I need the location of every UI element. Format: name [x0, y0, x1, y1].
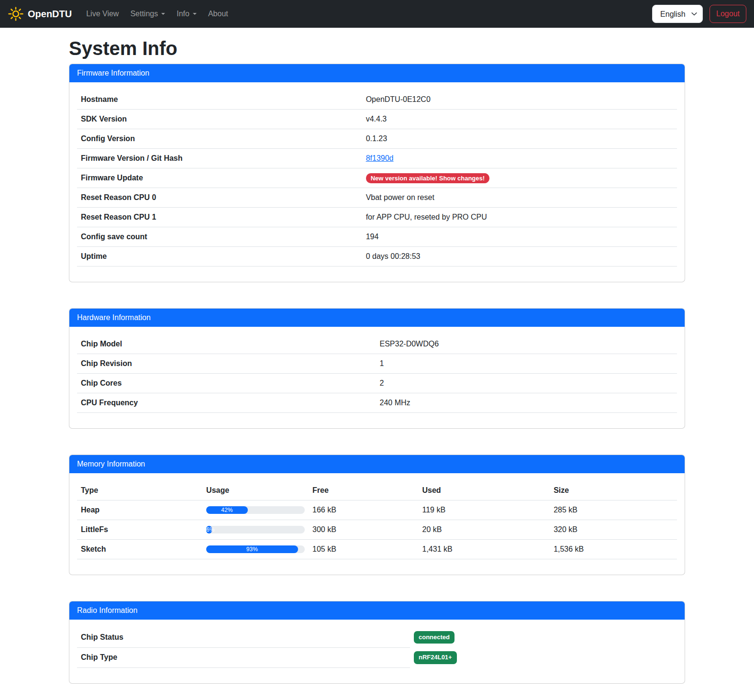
table-row: Config save count 194 — [77, 227, 677, 247]
row-label: Config save count — [77, 227, 362, 247]
size-value: 320 kB — [550, 520, 677, 540]
radio-card: Radio Information Chip Status connected … — [69, 601, 685, 684]
row-label: Chip Status — [77, 627, 410, 647]
row-label: Chip Cores — [77, 374, 376, 393]
table-row: Firmware Update New version available! S… — [77, 168, 677, 188]
table-row: Chip Type nRF24L01+ — [77, 647, 677, 667]
progress-fill: 93% — [206, 545, 298, 553]
usage-cell: 6% — [202, 520, 309, 540]
table-row: Reset Reason CPU 0 Vbat power on reset — [77, 188, 677, 208]
row-label: Firmware Version / Git Hash — [77, 149, 362, 168]
row-value: nRF24L01+ — [410, 647, 677, 667]
memory-card: Memory Information Type Usage Free Used … — [69, 455, 685, 575]
column-header-type: Type — [77, 481, 202, 500]
free-value: 166 kB — [309, 500, 418, 520]
free-value: 300 kB — [309, 520, 418, 540]
table-row: Heap 42% 166 kB 119 kB 285 kB — [77, 500, 677, 520]
memory-table: Type Usage Free Used Size Heap 42% — [77, 481, 677, 559]
row-value: connected — [410, 627, 677, 647]
size-value: 285 kB — [550, 500, 677, 520]
column-header-usage: Usage — [202, 481, 309, 500]
language-select[interactable]: English — [652, 5, 703, 23]
column-header-size: Size — [550, 481, 677, 500]
table-row: Chip Status connected — [77, 627, 677, 647]
sun-icon — [8, 6, 24, 22]
row-label: Uptime — [77, 247, 362, 267]
row-label: LittleFs — [77, 520, 202, 540]
nav-item-live-view[interactable]: Live View — [80, 6, 124, 22]
memory-card-body: Type Usage Free Used Size Heap 42% — [69, 473, 685, 575]
table-header-row: Type Usage Free Used Size — [77, 481, 677, 500]
row-value: for APP CPU, reseted by PRO CPU — [362, 208, 677, 227]
column-header-free: Free — [309, 481, 418, 500]
table-row: LittleFs 6% 300 kB 20 kB 320 kB — [77, 520, 677, 540]
table-row: Config Version 0.1.23 — [77, 129, 677, 149]
row-value: 0.1.23 — [362, 129, 677, 149]
used-value: 119 kB — [419, 500, 550, 520]
caret-down-icon — [193, 13, 197, 15]
progress-fill: 42% — [206, 506, 248, 514]
logout-button[interactable]: Logout — [710, 5, 746, 23]
memory-card-header: Memory Information — [69, 455, 685, 473]
git-hash-link[interactable]: 8f1390d — [366, 154, 394, 162]
used-value: 20 kB — [419, 520, 550, 540]
row-label: Reset Reason CPU 0 — [77, 188, 362, 208]
table-row: Chip Revision 1 — [77, 354, 677, 374]
free-value: 105 kB — [309, 540, 418, 559]
row-value: 8f1390d — [362, 149, 677, 168]
nav-item-label: Live View — [86, 10, 119, 18]
row-label: Heap — [77, 500, 202, 520]
row-label: Chip Revision — [77, 354, 376, 374]
row-label: Reset Reason CPU 1 — [77, 208, 362, 227]
nav-item-label: About — [208, 10, 228, 18]
chip-type-badge: nRF24L01+ — [414, 651, 457, 664]
row-value: New version available! Show changes! — [362, 168, 677, 188]
firmware-card-header: Firmware Information — [69, 64, 685, 82]
table-row: Hostname OpenDTU-0E12C0 — [77, 90, 677, 110]
nav-item-label: Settings — [130, 10, 158, 18]
usage-cell: 42% — [202, 500, 309, 520]
usage-cell: 93% — [202, 540, 309, 559]
used-value: 1,431 kB — [419, 540, 550, 559]
hardware-card: Hardware Information Chip Model ESP32-D0… — [69, 308, 685, 429]
row-value: 1 — [376, 354, 677, 374]
main-content: System Info Firmware Information Hostnam… — [69, 37, 685, 684]
table-row: Chip Cores 2 — [77, 374, 677, 393]
navbar-right: English Logout — [652, 5, 746, 23]
row-label: Chip Model — [77, 334, 376, 354]
hardware-table: Chip Model ESP32-D0WDQ6 Chip Revision 1 … — [77, 334, 677, 413]
table-row: Uptime 0 days 00:28:53 — [77, 247, 677, 267]
nav-item-about[interactable]: About — [202, 6, 234, 22]
hardware-card-body: Chip Model ESP32-D0WDQ6 Chip Revision 1 … — [69, 327, 685, 428]
row-value: OpenDTU-0E12C0 — [362, 90, 677, 110]
nav-item-label: Info — [177, 10, 189, 18]
language-select-wrap: English — [652, 5, 703, 23]
table-row: SDK Version v4.4.3 — [77, 110, 677, 129]
size-value: 1,536 kB — [550, 540, 677, 559]
table-row: Firmware Version / Git Hash 8f1390d — [77, 149, 677, 168]
radio-card-body: Chip Status connected Chip Type nRF24L01… — [69, 620, 685, 683]
row-label: Config Version — [77, 129, 362, 149]
progress-fill: 6% — [206, 526, 212, 533]
chip-status-badge: connected — [414, 631, 455, 644]
nav-item-settings[interactable]: Settings — [124, 6, 171, 22]
row-value: 240 MHz — [376, 393, 677, 413]
brand-link[interactable]: OpenDTU — [8, 6, 72, 22]
hardware-card-header: Hardware Information — [69, 309, 685, 327]
nav-item-info[interactable]: Info — [171, 6, 202, 22]
table-row: Reset Reason CPU 1 for APP CPU, reseted … — [77, 208, 677, 227]
nav-links: Live View Settings Info About — [80, 6, 234, 22]
brand-label: OpenDTU — [28, 9, 72, 20]
row-value: ESP32-D0WDQ6 — [376, 334, 677, 354]
firmware-card-body: Hostname OpenDTU-0E12C0 SDK Version v4.4… — [69, 82, 685, 282]
row-value: 2 — [376, 374, 677, 393]
firmware-update-badge[interactable]: New version available! Show changes! — [366, 173, 489, 183]
table-row: Chip Model ESP32-D0WDQ6 — [77, 334, 677, 354]
sketch-progress-bar: 93% — [206, 545, 305, 553]
row-label: Hostname — [77, 90, 362, 110]
row-value: 0 days 00:28:53 — [362, 247, 677, 267]
column-header-used: Used — [419, 481, 550, 500]
table-row: CPU Frequency 240 MHz — [77, 393, 677, 413]
row-label: SDK Version — [77, 110, 362, 129]
navbar: OpenDTU Live View Settings Info About En… — [0, 0, 754, 28]
